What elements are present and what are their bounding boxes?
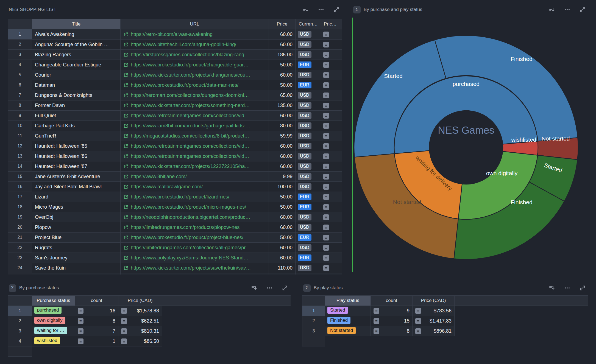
currency-cell[interactable]: USD — [296, 263, 321, 273]
row-number[interactable] — [8, 346, 32, 357]
url-link[interactable]: https://firstpressgames.com/collections/… — [131, 52, 249, 58]
url-cell[interactable]: https://retro-bit.com/alwas-awakening — [121, 29, 269, 40]
price-cad-cell[interactable]: ≡ — [321, 202, 342, 212]
url-cell[interactable]: https://www.mallbrawlgame.com/ — [121, 182, 269, 192]
price-cad-cell[interactable]: ≡ — [321, 151, 342, 161]
price-cad-cell[interactable]: ≡ — [321, 172, 342, 182]
price-cad-cell[interactable]: ≡ — [321, 40, 342, 50]
currency-cell[interactable]: USD — [296, 212, 321, 222]
price-cell[interactable]: 50.00 — [269, 202, 296, 212]
row-number[interactable]: 21 — [8, 233, 32, 243]
url-cell[interactable] — [121, 273, 269, 275]
column-header-count[interactable]: count — [371, 296, 413, 306]
row-number[interactable]: 3 — [8, 326, 32, 336]
title-cell[interactable]: GunTneR — [32, 131, 121, 141]
price-cell[interactable]: 59.99 — [269, 131, 296, 141]
status-cell[interactable]: Not started — [325, 326, 371, 336]
row-number[interactable]: 23 — [8, 253, 32, 263]
row-number[interactable]: 16 — [8, 182, 32, 192]
price-cell[interactable]: 135.00 — [269, 100, 296, 111]
title-cell[interactable]: Courier — [32, 70, 121, 80]
more-options-icon[interactable] — [564, 6, 571, 13]
price-cell[interactable]: 110.00 — [269, 263, 296, 273]
url-cell[interactable]: https://neodolphinoproductions.bigcartel… — [121, 212, 269, 222]
url-link[interactable]: https://www.kickstarter.com/projects/122… — [131, 164, 250, 169]
expand-icon[interactable] — [333, 6, 340, 13]
title-cell[interactable]: Project Blue — [32, 233, 121, 243]
row-number[interactable]: 5 — [8, 70, 32, 80]
column-header-price[interactable]: Price — [269, 19, 296, 29]
url-link[interactable]: https://www.iam8bit.com/products/garbage… — [131, 123, 250, 129]
price-cell[interactable]: 60.00 — [269, 212, 296, 222]
price-cad-cell[interactable]: ≡ — [321, 273, 342, 275]
price-cell[interactable]: 60.00 — [269, 151, 296, 161]
url-link[interactable]: https://limitedrungames.com/collections/… — [131, 245, 250, 251]
url-link[interactable]: https://www.retrotainmentgames.com/colle… — [131, 113, 249, 119]
row-number[interactable]: 4 — [8, 336, 32, 346]
currency-cell[interactable]: USD — [296, 151, 321, 161]
price-cad-cell[interactable]: ≡ — [321, 29, 342, 40]
price-cad-cell[interactable]: ≡ — [321, 50, 342, 60]
count-cell[interactable]: ≡8 — [371, 326, 413, 336]
more-options-icon[interactable] — [564, 284, 571, 292]
currency-cell[interactable]: USD — [296, 222, 321, 233]
column-header-url[interactable]: URL — [121, 19, 269, 29]
row-number[interactable]: 7 — [8, 90, 32, 100]
add-row[interactable] — [8, 346, 291, 357]
title-cell[interactable]: Full Quiet — [32, 111, 121, 121]
row-number[interactable]: 6 — [8, 80, 32, 90]
title-cell[interactable]: Sam's Journey — [32, 253, 121, 263]
currency-cell[interactable]: USD — [296, 111, 321, 121]
column-header-title[interactable]: Title — [32, 19, 121, 29]
more-options-icon[interactable] — [266, 284, 273, 292]
row-number[interactable]: 20 — [8, 222, 32, 233]
count-cell[interactable]: ≡7 — [75, 326, 118, 336]
status-cell[interactable]: own digitally — [32, 316, 75, 326]
price-cad-cell[interactable]: ≡ — [321, 161, 342, 172]
title-cell[interactable]: Rugrats — [32, 243, 121, 253]
url-link[interactable]: https://www.retrotainmentgames.com/colle… — [131, 153, 249, 159]
url-link[interactable]: https://www.bitethechili.com/anguna-gobl… — [131, 42, 236, 47]
url-link[interactable]: https://www.brokestudio.fr/product/micro… — [131, 204, 246, 210]
currency-cell[interactable]: EUR — [296, 202, 321, 212]
price-cad-cell[interactable]: ≡ — [321, 253, 342, 263]
title-cell[interactable]: Haunted: Halloween '87 — [32, 161, 121, 172]
row-number[interactable]: 19 — [8, 212, 32, 222]
title-cell[interactable]: Anguna: Scourge of the Goblin … — [32, 40, 121, 50]
price-cad-cell[interactable]: ≡ — [321, 222, 342, 233]
title-cell[interactable]: Changeable Guardian Estique — [32, 60, 121, 70]
filter-sort-icon[interactable] — [250, 284, 258, 292]
more-options-icon[interactable] — [318, 6, 325, 13]
row-number[interactable]: 15 — [8, 172, 32, 182]
title-cell[interactable]: Jay and Silent Bob: Mall Brawl — [32, 182, 121, 192]
price-cell[interactable]: 65.00 — [269, 90, 296, 100]
price-cell[interactable]: 80.00 — [269, 121, 296, 131]
url-link[interactable]: https://www.8bitjane.com/ — [131, 174, 187, 180]
price-cell[interactable]: 60.00 — [269, 141, 296, 151]
price-cell[interactable]: 60.00 — [269, 111, 296, 121]
price-cad-cell[interactable]: ≡ — [321, 131, 342, 141]
title-cell[interactable]: Haunted: Halloween '85 — [32, 141, 121, 151]
count-cell[interactable]: ≡1 — [75, 336, 118, 346]
currency-cell[interactable]: EUR — [296, 60, 321, 70]
price-cell[interactable]: 9.99 — [269, 172, 296, 182]
column-header-purchase-status[interactable]: Purchase status — [32, 296, 75, 306]
row-number[interactable]: 1 — [8, 29, 32, 40]
url-link[interactable]: https://heromart.com/collections/dungeon… — [131, 93, 249, 98]
url-cell[interactable]: https://limitedrungames.com/collections/… — [121, 243, 269, 253]
price-cell[interactable]: 60.00 — [269, 40, 296, 50]
count-cell[interactable]: ≡15 — [371, 316, 413, 326]
url-link[interactable]: https://megacatstudios.com/collections/8… — [131, 133, 249, 139]
currency-cell[interactable]: USD — [296, 161, 321, 172]
url-cell[interactable]: https://www.retrotainmentgames.com/colle… — [121, 141, 269, 151]
title-cell[interactable]: Haunted: Halloween '86 — [32, 151, 121, 161]
url-cell[interactable]: https://www.brokestudio.fr/product/chang… — [121, 60, 269, 70]
status-cell[interactable]: Started — [325, 306, 371, 316]
row-number[interactable]: 8 — [8, 100, 32, 111]
price-cad-cell[interactable]: ≡ — [321, 182, 342, 192]
expand-icon[interactable] — [579, 6, 586, 13]
row-number[interactable]: 25 — [8, 273, 32, 275]
column-header-price-cad[interactable]: Price (CAD) — [413, 296, 455, 306]
row-number[interactable]: 2 — [8, 40, 32, 50]
url-link[interactable]: https://www.brokestudio.fr/product/chang… — [131, 62, 249, 68]
